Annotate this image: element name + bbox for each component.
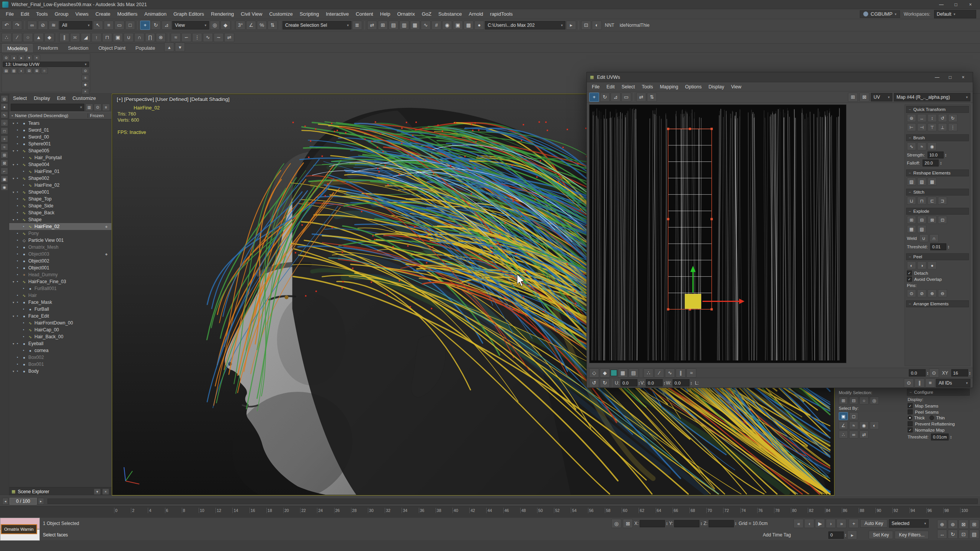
chamfer-icon[interactable]: ◢ xyxy=(81,33,91,42)
name-column-header[interactable]: ▾ Name (Sorted Descending) xyxy=(9,113,88,118)
visibility-dot-icon[interactable]: • xyxy=(17,259,20,263)
spinner-snap-icon[interactable]: ⇅ xyxy=(268,21,278,30)
timeline-tick[interactable]: 90 xyxy=(875,508,892,513)
rendered-frame-window-icon[interactable]: ▩ xyxy=(464,21,474,30)
unlink-selection-icon[interactable]: ⊘ xyxy=(38,21,48,30)
timeline-tick[interactable]: 36 xyxy=(419,508,436,513)
timeline-tick[interactable]: 24 xyxy=(317,508,334,513)
timeline-tick[interactable]: 82 xyxy=(808,508,825,513)
move-vertical-icon[interactable]: ↕ xyxy=(928,114,937,122)
uvw-maximize-icon[interactable]: □ xyxy=(944,73,957,82)
menu-animation[interactable]: Animation xyxy=(141,10,170,18)
visibility-dot-icon[interactable]: • xyxy=(17,211,20,215)
map-seams-checkbox[interactable]: ✓Map Seams xyxy=(908,403,969,408)
flatten-polygons-icon[interactable]: ⊟ xyxy=(917,216,926,224)
timeline-tick[interactable]: 72 xyxy=(723,508,740,513)
expand-caret-icon[interactable]: ▾ xyxy=(11,177,15,180)
display-toggle-icon[interactable]: ◐ xyxy=(592,21,602,30)
spinner-icon[interactable]: ▴▾ xyxy=(639,381,640,385)
visibility-dot-icon[interactable]: • xyxy=(23,328,26,332)
timeline-tick[interactable]: 10 xyxy=(199,508,216,513)
timeline-tick[interactable]: 92 xyxy=(892,508,909,513)
minimize-icon[interactable]: — xyxy=(934,0,949,9)
spinner-icon[interactable]: ▴▾ xyxy=(945,153,946,157)
display-all-icon[interactable]: ◎ xyxy=(1,95,8,102)
texture-map-dropdown[interactable]: Map #44 (R_.._alpha.png)▾ xyxy=(894,93,970,101)
zoom-all-icon[interactable]: ⊚ xyxy=(948,520,958,529)
uvw-menu-edit[interactable]: Edit xyxy=(603,83,618,90)
uv-scale-icon[interactable]: ⊿ xyxy=(611,93,621,102)
timeline-tick[interactable]: 42 xyxy=(469,508,486,513)
material-editor-icon[interactable]: ◉ xyxy=(442,21,452,30)
brush-strength-field[interactable]: Strength:10.0▴▾ xyxy=(907,152,968,158)
go-to-end-icon[interactable]: » xyxy=(836,519,846,528)
timeline-tick[interactable]: 6 xyxy=(165,508,182,513)
visibility-dot-icon[interactable]: • xyxy=(17,135,20,139)
avoid-overlap-checkbox[interactable]: ✓Avoid Overlap xyxy=(907,277,968,282)
thick-radio[interactable]: Thick xyxy=(908,416,924,420)
display-bones-icon[interactable]: ⌐ xyxy=(1,168,8,174)
brush-options-icon[interactable]: ◉ xyxy=(928,142,937,150)
visibility-dot-icon[interactable]: • xyxy=(17,238,20,242)
uv-move-icon[interactable]: + xyxy=(589,93,599,102)
display-lights-icon[interactable]: ☼ xyxy=(1,119,8,126)
pan-icon[interactable]: ↔ xyxy=(937,530,947,539)
bind-to-space-warp-icon[interactable]: ≋ xyxy=(49,21,59,30)
visibility-dot-icon[interactable]: • xyxy=(17,266,20,270)
timeline-tick[interactable]: 98 xyxy=(943,508,960,513)
scene-object-row[interactable]: ▾•∿Shape002 xyxy=(9,175,111,182)
auto-key-button[interactable]: Auto Key xyxy=(860,519,887,528)
zoom-region-icon[interactable]: ⊞ xyxy=(969,520,979,529)
uvw-menu-display[interactable]: Display xyxy=(705,83,728,90)
menu-graph-editors[interactable]: Graph Editors xyxy=(170,10,207,18)
scene-object-row[interactable]: ▾•●Eyeball xyxy=(9,340,111,347)
timeline-tick[interactable]: 54 xyxy=(571,508,588,513)
tab-populate[interactable]: Populate xyxy=(131,44,160,52)
menu-help[interactable]: Help xyxy=(377,10,394,18)
use-pivot-point-icon[interactable]: ◎ xyxy=(210,21,220,30)
expand-caret-icon[interactable]: ▾ xyxy=(11,149,15,153)
timeline-tick[interactable]: 56 xyxy=(588,508,605,513)
timeline-tick[interactable]: 64 xyxy=(656,508,673,513)
uv-ring-icon[interactable]: ◎ xyxy=(870,396,879,404)
spinner-icon[interactable]: ▴▾ xyxy=(940,161,941,165)
visibility-dot-icon[interactable]: • xyxy=(17,128,20,132)
visibility-dot-icon[interactable]: • xyxy=(17,342,20,346)
tab-freeform[interactable]: Freeform xyxy=(33,44,63,52)
section-header[interactable]: −Configure xyxy=(907,389,970,396)
visibility-dot-icon[interactable]: • xyxy=(17,355,20,359)
visibility-dot-icon[interactable]: • xyxy=(17,369,20,373)
grow-selection-icon[interactable]: ⊞ xyxy=(33,68,40,74)
snaps-toggle-icon[interactable]: 3° xyxy=(235,21,245,30)
timeline-tick[interactable]: 4 xyxy=(148,508,165,513)
uvw-close-icon[interactable]: × xyxy=(957,73,970,82)
scene-object-row[interactable]: ▾•∿Shape004 xyxy=(9,161,111,168)
display-shapes-icon[interactable]: ∿ xyxy=(1,111,8,118)
edge-distance-icon[interactable]: ∥ xyxy=(676,368,686,378)
timeline-tick[interactable]: 94 xyxy=(910,508,926,513)
scene-object-row[interactable]: ▾•∿Shape005 xyxy=(9,147,111,154)
pin-clear-icon[interactable]: ⊖ xyxy=(938,289,947,297)
quick-peel-icon[interactable]: ◐ xyxy=(907,261,916,269)
edge-mode-icon[interactable]: ∕ xyxy=(12,33,22,42)
select-by-material-icon[interactable]: ◉ xyxy=(859,421,869,429)
explorer-menu-display[interactable]: Display xyxy=(31,95,53,102)
menu-civil-view[interactable]: Civil View xyxy=(237,10,266,18)
menu-goz[interactable]: GoZ xyxy=(418,10,435,18)
named-selection-set-combo[interactable]: Create Selection Sel▾ xyxy=(283,21,351,29)
previous-frame-arrow-icon[interactable]: ◂ xyxy=(2,498,8,505)
align-top-icon[interactable]: ⊤ xyxy=(928,123,937,131)
spinner-icon[interactable]: ▴▾ xyxy=(701,522,702,525)
symmetry-icon[interactable]: ⇌ xyxy=(224,33,234,42)
select-and-scale-icon[interactable]: ⊿ xyxy=(162,21,172,30)
section-header[interactable]: −Explode xyxy=(906,208,969,215)
timeline-tick[interactable]: 22 xyxy=(300,508,317,513)
display-helpers-icon[interactable]: + xyxy=(1,135,8,142)
scene-object-row[interactable]: ▾•●Face_Edit xyxy=(9,313,111,320)
rotate-minus90-icon[interactable]: ↺ xyxy=(589,378,599,388)
u-coordinate-field[interactable]: U:0.0▴▾ xyxy=(615,379,640,386)
scene-object-row[interactable]: •●FurBall xyxy=(9,306,111,313)
scene-object-row[interactable]: •∿HairCap_00 xyxy=(9,326,111,333)
timeline-tick[interactable]: 26 xyxy=(334,508,351,513)
visibility-dot-icon[interactable]: • xyxy=(17,245,20,249)
